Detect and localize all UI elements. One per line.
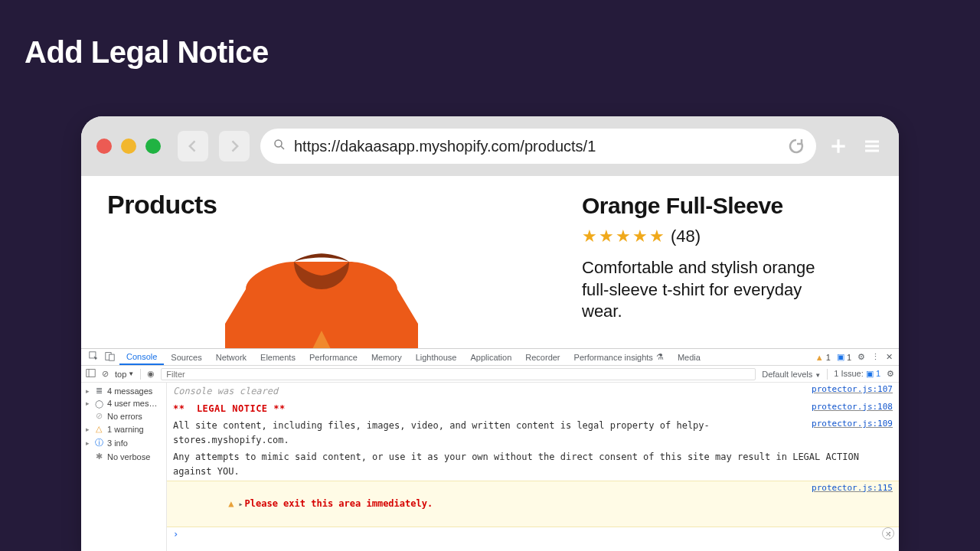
sidebar-info[interactable]: ▸3 info	[81, 435, 166, 450]
nav-back-button[interactable]	[178, 131, 208, 161]
issues-link[interactable]: 1 Issue: ▣ 1	[834, 369, 880, 379]
svg-rect-6	[87, 370, 95, 377]
browser-toolbar: https://dakaasapp.myshopify.com/products…	[81, 116, 899, 176]
filter-input[interactable]	[161, 368, 756, 380]
close-icon[interactable]: ✕	[886, 352, 893, 362]
star-icon: ★	[632, 227, 648, 246]
star-icon: ★	[599, 227, 614, 246]
tab-network[interactable]: Network	[209, 349, 253, 365]
legal-notice-body-1: All site content, including files, image…	[173, 419, 802, 447]
inspect-icon[interactable]	[89, 351, 99, 363]
star-icon: ★	[582, 227, 597, 246]
warning-icon: ▲	[228, 498, 234, 509]
sidebar-user-messages[interactable]: ▸4 user mes…	[81, 397, 166, 409]
sidebar-toggle-icon[interactable]	[86, 368, 96, 380]
product-title: Orange Full-Sleeve	[582, 193, 876, 219]
reload-button[interactable]	[784, 134, 808, 158]
devtools-panel: Console Sources Network Elements Perform…	[81, 348, 899, 551]
chevron-down-icon: ▼	[128, 370, 134, 377]
source-link[interactable]: protector.js:108	[802, 402, 893, 412]
console-warning: ▲▸Please exit this area immediately.	[173, 483, 802, 526]
tab-recorder[interactable]: Recorder	[518, 349, 567, 365]
console-sidebar: ▸4 messages ▸4 user mes… No errors ▸1 wa…	[81, 383, 167, 551]
console-settings-icon[interactable]: ⚙	[887, 369, 894, 379]
svg-rect-5	[109, 354, 115, 360]
window-maximize-icon[interactable]	[145, 139, 161, 154]
more-icon[interactable]: ⋮	[871, 352, 880, 362]
window-close-icon[interactable]	[96, 139, 112, 154]
legal-notice-body-2: Any attempts to mimic said content, or u…	[173, 450, 893, 478]
rating-count: (48)	[671, 227, 701, 246]
url-text: https://dakaasapp.myshopify.com/products…	[294, 138, 776, 155]
star-icon: ★	[649, 227, 665, 246]
live-expr-icon[interactable]: ◉	[147, 369, 155, 379]
console-prompt-icon: ›	[173, 529, 178, 540]
legal-notice-heading: ** LEGAL NOTICE **	[173, 402, 802, 416]
info-badge[interactable]: ▣1	[837, 352, 851, 362]
product-description: Comfortable and stylish orange full-slee…	[582, 257, 842, 323]
product-image	[107, 227, 536, 354]
source-link[interactable]: protector.js:109	[802, 419, 893, 429]
sidebar-verbose[interactable]: No verbose	[81, 450, 166, 463]
new-tab-button[interactable]	[827, 136, 850, 156]
devtools-tabs: Console Sources Network Elements Perform…	[81, 349, 899, 366]
star-icon: ★	[616, 227, 631, 246]
tab-lighthouse[interactable]: Lighthouse	[409, 349, 464, 365]
menu-button[interactable]	[861, 137, 884, 155]
sidebar-errors[interactable]: No errors	[81, 409, 166, 422]
flask-icon: ⚗	[656, 352, 664, 362]
url-bar[interactable]: https://dakaasapp.myshopify.com/products…	[260, 129, 816, 164]
page-title: Add Legal Notice	[24, 35, 269, 70]
tab-console[interactable]: Console	[119, 349, 164, 365]
console-cleared: Console was cleared	[173, 384, 802, 399]
sidebar-warnings[interactable]: ▸1 warning	[81, 422, 166, 435]
tab-sources[interactable]: Sources	[164, 349, 208, 365]
window-controls	[96, 139, 161, 154]
tab-media[interactable]: Media	[671, 349, 707, 365]
scroll-handle-icon[interactable]: ⤨	[882, 527, 894, 540]
nav-forward-button[interactable]	[219, 131, 250, 161]
tab-memory[interactable]: Memory	[364, 349, 409, 365]
products-heading: Products	[107, 190, 536, 220]
sidebar-messages[interactable]: ▸4 messages	[81, 384, 166, 397]
warnings-badge[interactable]: ▲1	[815, 353, 831, 362]
tab-elements[interactable]: Elements	[253, 349, 302, 365]
settings-icon[interactable]: ⚙	[858, 352, 865, 362]
tab-application[interactable]: Application	[463, 349, 518, 365]
page-content: Products Orange Full-Sleeve ★ ★ ★ ★ ★	[81, 176, 899, 354]
levels-selector[interactable]: Default levels ▼	[762, 370, 821, 379]
context-selector[interactable]: top ▼	[115, 370, 134, 379]
source-link[interactable]: protector.js:115	[802, 483, 893, 493]
tab-performance-insights[interactable]: Performance insights ⚗	[567, 349, 671, 365]
console-output: Console was cleared protector.js:107 ** …	[167, 383, 899, 551]
svg-line-1	[281, 146, 284, 149]
console-filter-bar: ⊘ top ▼ ◉ Default levels ▼ 1 Issue: ▣ 1 …	[81, 366, 899, 383]
source-link[interactable]: protector.js:107	[802, 384, 893, 394]
window-minimize-icon[interactable]	[121, 139, 136, 154]
device-icon[interactable]	[105, 351, 115, 363]
tab-performance[interactable]: Performance	[302, 349, 364, 365]
search-icon	[273, 138, 286, 155]
clear-console-icon[interactable]: ⊘	[102, 369, 109, 379]
product-details: Orange Full-Sleeve ★ ★ ★ ★ ★ (48) Comfor…	[582, 190, 876, 354]
svg-point-0	[275, 140, 282, 147]
rating-row: ★ ★ ★ ★ ★ (48)	[582, 227, 876, 246]
star-rating: ★ ★ ★ ★ ★	[582, 227, 665, 246]
